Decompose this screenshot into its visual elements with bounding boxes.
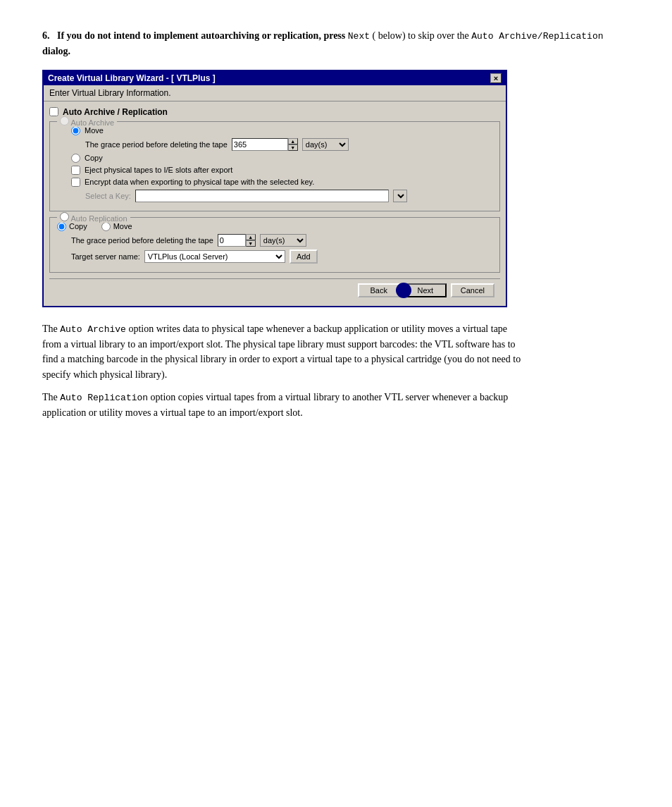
- days-select[interactable]: day(s) week(s) month(s): [302, 138, 349, 151]
- eject-label: Eject physical tapes to I/E slots after …: [85, 166, 232, 174]
- blue-circle-annotation: [396, 283, 411, 298]
- replication-grace-period-spinner: ▲ ▼: [218, 234, 256, 247]
- add-button[interactable]: Add: [290, 250, 318, 264]
- auto-archive-legend: Auto Archive: [57, 116, 117, 127]
- replication-type-row: Copy Move: [57, 222, 492, 231]
- step-dialog-ref: Auto Archive/Replication: [471, 31, 603, 42]
- copy-label: Copy: [85, 154, 103, 162]
- target-server-select[interactable]: VTLPlus (Local Server): [144, 250, 285, 263]
- eject-checkbox[interactable]: [71, 166, 80, 175]
- body-text-section: The Auto Archive option writes data to p…: [42, 321, 521, 421]
- replication-grace-period-label: The grace period before deleting the tap…: [71, 236, 213, 245]
- copy-radio[interactable]: [71, 154, 80, 163]
- target-server-label: Target server name:: [71, 252, 140, 261]
- close-button[interactable]: ×: [490, 73, 502, 83]
- auto-archive-radio[interactable]: [60, 116, 69, 125]
- eject-row: Eject physical tapes to I/E slots after …: [71, 166, 492, 175]
- select-key-input[interactable]: [135, 190, 389, 202]
- encrypt-checkbox[interactable]: [71, 178, 80, 187]
- auto-archive-group: Auto Archive Move The grace period befor…: [49, 121, 500, 211]
- auto-replication-radio[interactable]: [60, 212, 69, 221]
- replication-copy-radio[interactable]: [57, 222, 66, 231]
- encrypt-row: Encrypt data when exporting to physical …: [71, 178, 492, 187]
- replication-up-btn[interactable]: ▲: [246, 234, 256, 240]
- auto-replication-code-1: Auto Replication: [60, 393, 148, 403]
- grace-period-down-btn[interactable]: ▼: [288, 144, 298, 151]
- replication-grace-period-row: The grace period before deleting the tap…: [71, 234, 492, 247]
- auto-archive-replication-label: Auto Archive / Replication: [63, 107, 168, 117]
- button-row: Back Next Cancel: [49, 278, 500, 300]
- step-next-code: Next: [348, 31, 370, 42]
- encrypt-label: Encrypt data when exporting to physical …: [85, 178, 314, 186]
- grace-period-spinner: ▲ ▼: [232, 138, 298, 151]
- body-paragraph-1: The Auto Archive option writes data to p…: [42, 321, 521, 383]
- select-key-row: Select a Key:: [85, 190, 492, 202]
- grace-period-label: The grace period before deleting the tap…: [85, 140, 228, 149]
- grace-period-row: The grace period before deleting the tap…: [85, 138, 492, 151]
- step-number: 6.: [42, 30, 50, 41]
- auto-archive-replication-checkbox[interactable]: [49, 107, 58, 116]
- replication-move-label: Move: [113, 222, 132, 230]
- replication-move-radio[interactable]: [101, 222, 111, 231]
- copy-row: Copy: [71, 154, 492, 163]
- step-bold-text: If you do not intend to implement autoar…: [57, 30, 345, 41]
- next-button-container: Next: [404, 283, 447, 297]
- replication-down-btn[interactable]: ▼: [246, 240, 256, 247]
- dialog-window: Create Virtual Library Wizard - [ VTLPlu…: [42, 70, 507, 307]
- select-key-label: Select a Key:: [85, 192, 131, 200]
- auto-replication-legend: Auto Replication: [57, 212, 130, 223]
- step-end-text: dialog.: [42, 46, 70, 56]
- target-server-row: Target server name: VTLPlus (Local Serve…: [71, 250, 492, 264]
- dialog-body: Auto Archive / Replication Auto Archive …: [44, 101, 506, 306]
- cancel-button[interactable]: Cancel: [451, 283, 494, 297]
- grace-period-spinner-btns: ▲ ▼: [288, 138, 298, 151]
- replication-grace-period-input[interactable]: [218, 234, 246, 247]
- replication-spinner-btns: ▲ ▼: [246, 234, 256, 247]
- auto-archive-replication-header: Auto Archive / Replication: [49, 107, 500, 117]
- replication-days-select[interactable]: day(s) week(s) month(s): [260, 234, 306, 247]
- back-button[interactable]: Back: [358, 283, 400, 297]
- dialog-subtitle: Enter Virtual Library Information.: [44, 85, 506, 101]
- select-key-dropdown[interactable]: [393, 190, 407, 202]
- body-paragraph-2: The Auto Replication option copies virtu…: [42, 390, 521, 421]
- grace-period-up-btn[interactable]: ▲: [288, 138, 298, 144]
- auto-replication-group: Auto Replication Copy Move The grace per…: [49, 217, 500, 273]
- step-instruction: 6. If you do not intend to implement aut…: [42, 28, 630, 58]
- move-label: Move: [85, 126, 104, 135]
- auto-archive-code-1: Auto Archive: [60, 324, 126, 335]
- replication-copy-label: Copy: [69, 222, 87, 230]
- move-row: Move: [71, 126, 492, 135]
- dialog-title: Create Virtual Library Wizard - [ VTLPlu…: [48, 73, 216, 83]
- step-cont-text: ( below) to skip over the: [373, 30, 469, 41]
- dialog-titlebar: Create Virtual Library Wizard - [ VTLPlu…: [44, 71, 506, 85]
- grace-period-input[interactable]: [232, 138, 288, 151]
- move-radio[interactable]: [71, 126, 80, 135]
